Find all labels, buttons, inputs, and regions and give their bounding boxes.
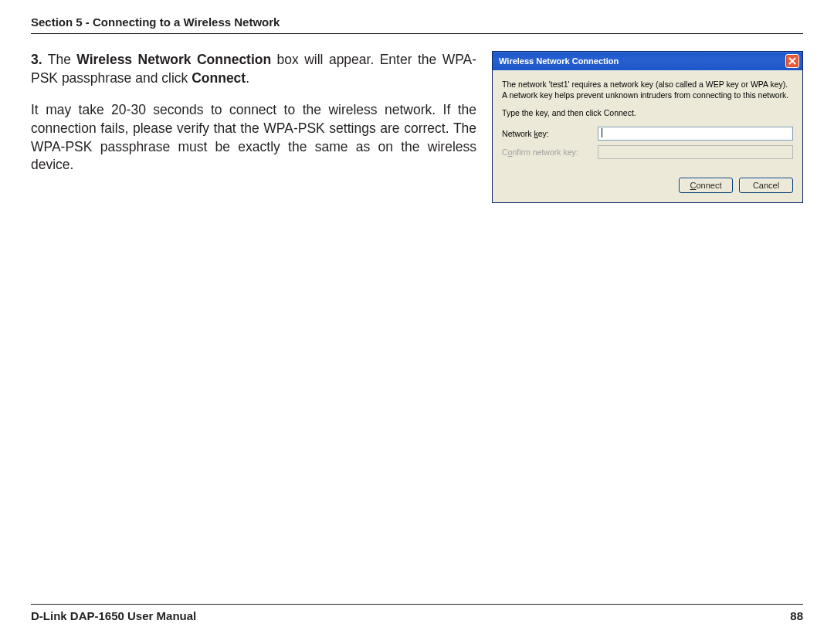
dialog-intro-text: The network 'test1' requires a network k… (502, 80, 793, 100)
step-text-3: . (246, 70, 249, 86)
instruction-text-column: 3. The Wireless Network Connection box w… (31, 51, 476, 203)
step-3-paragraph: 3. The Wireless Network Connection box w… (31, 51, 476, 87)
dialog-titlebar[interactable]: Wireless Network Connection (493, 52, 802, 70)
close-icon (788, 57, 796, 65)
close-button[interactable] (785, 54, 799, 68)
section-header: Section 5 - Connecting to a Wireless Net… (31, 15, 803, 34)
btn-accel: C (690, 181, 697, 190)
label-part: ey: (538, 129, 549, 138)
footer-manual-name: D-Link DAP-1650 User Manual (31, 609, 196, 622)
confirm-key-input[interactable] (598, 145, 793, 159)
btn-part: onnect (696, 181, 721, 190)
dialog-instruction-text: Type the key, and then click Connect. (502, 108, 793, 119)
step-bold-2: Connect (192, 70, 246, 86)
label-part: nfirm network key: (512, 147, 578, 157)
step-number: 3. (31, 52, 42, 67)
dialog-title: Wireless Network Connection (499, 56, 619, 66)
step-bold-1: Wireless Network Connection (76, 52, 271, 67)
text-cursor (602, 128, 602, 137)
btn-label: Cancel (753, 181, 779, 190)
step-text: The (48, 52, 77, 67)
footer-page-number: 88 (790, 609, 803, 622)
label-part: C (502, 147, 508, 157)
note-paragraph: It may take 20-30 seconds to connect to … (31, 101, 476, 175)
confirm-key-label: Confirm network key: (502, 147, 598, 157)
wireless-connection-dialog: Wireless Network Connection The network … (492, 51, 803, 203)
cancel-button[interactable]: Cancel (739, 178, 793, 193)
label-part: Network (502, 129, 534, 138)
network-key-label: Network key: (502, 129, 598, 138)
connect-button[interactable]: Connect (679, 178, 733, 193)
network-key-input[interactable] (598, 127, 793, 141)
